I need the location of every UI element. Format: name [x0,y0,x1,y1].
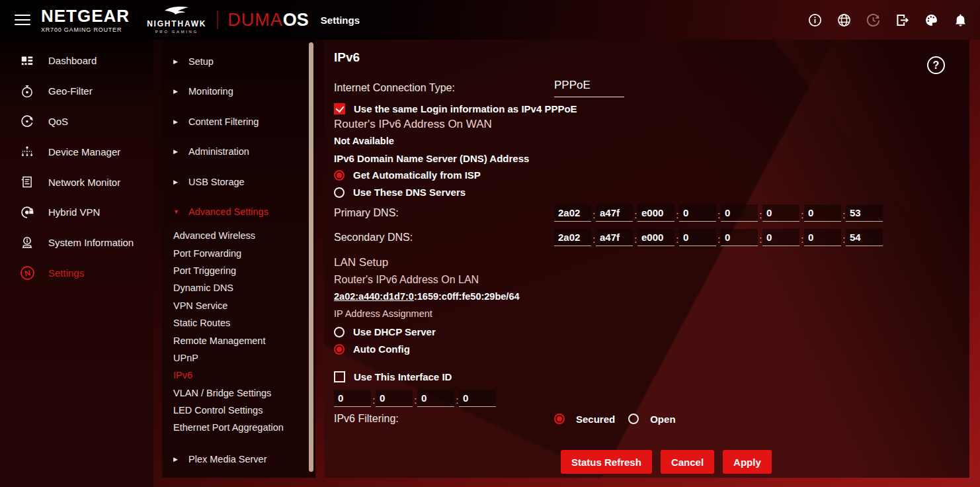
sidebar-item-qos[interactable]: QoS [0,107,153,137]
sidebar-item-device-manager[interactable]: Device Manager [0,136,153,167]
settings-submenu: ▶ Setup ▶ Monitoring ▶ Content Filtering… [162,40,315,478]
submenu-item-led-control-settings[interactable]: LED Control Settings [162,402,315,419]
interface-id-segment-input[interactable]: 0 [417,390,454,407]
submenu-item-monitoring[interactable]: ▶ Monitoring [162,77,315,107]
dumaos-settings-screen: NETGEAR XR700 GAMING ROUTER NIGHTHAWK PR… [0,0,980,487]
same-login-checkbox[interactable] [334,103,345,114]
ipv6-segment-input[interactable]: e000 [637,229,674,246]
geo-filter-icon [19,83,35,99]
refresh-history-icon[interactable] [866,13,881,28]
submenu-item-content-filtering[interactable]: ▶ Content Filtering [162,107,315,137]
ipv6-segment-input[interactable]: 54 [846,229,883,246]
interface-id-label: Use This Interface ID [354,371,452,382]
submenu-item-static-routes[interactable]: Static Routes [162,314,315,332]
header-divider [217,11,218,29]
submenu-item-port-forwarding[interactable]: Port Forwarding [162,244,315,261]
submenu-item-plex-media-server[interactable]: ▶ Plex Media Server [162,445,315,475]
connection-type-select[interactable]: PPPoE [554,79,624,97]
sidebar-item-dashboard[interactable]: Dashboard [0,46,153,76]
ipv6-segment-input[interactable]: 53 [846,204,883,222]
hamburger-menu-icon[interactable] [15,11,30,28]
lan-address-heading: Router's IPv6 Address On LAN [334,274,479,286]
ipv6-segment-input[interactable]: 0 [804,229,841,246]
radio-use-these-dns[interactable] [334,187,345,198]
ipv6-segment-input[interactable]: 0 [721,229,758,246]
sidebar-item-settings[interactable]: N Settings [0,258,153,288]
ipv6-segment-input[interactable]: 2a02 [554,204,591,222]
radio-use-dhcp-server[interactable] [334,327,345,337]
secondary-dns-row: Secondary DNS: 2a02a47fe000000054 [334,229,887,246]
submenu-item-vlan-bridge-settings[interactable]: VLAN / Bridge Settings [162,384,315,402]
same-login-row: Use the same Login information as IPv4 P… [334,103,577,114]
radio-open[interactable] [628,414,639,424]
submenu-item-advanced-settings[interactable]: ▼ Advanced Settings [162,197,315,228]
ipv6-segment-input[interactable]: 0 [679,204,716,222]
ipv6-segment-input[interactable]: a47f [596,204,633,222]
notifications-bell-icon[interactable] [953,13,968,28]
submenu-item-setup[interactable]: ▶ Setup [162,46,315,77]
device-manager-icon [19,144,35,159]
submenu-item-remote-management[interactable]: Remote Management [162,332,315,349]
theme-palette-icon[interactable] [924,13,939,28]
logout-icon[interactable] [895,13,910,28]
ipv6-segment-input[interactable]: 0 [679,229,716,246]
hybrid-vpn-icon [19,204,35,220]
ipv6-segment-input[interactable]: 0 [804,204,841,222]
interface-id-checkbox[interactable] [334,371,345,382]
sidebar-item-network-monitor[interactable]: Network Monitor [0,167,153,197]
info-icon[interactable] [807,13,823,28]
secondary-dns-fields: 2a02a47fe000000054 [554,229,887,246]
lan-address-link[interactable]: 2a02:a440:d1d7:0 [334,291,414,302]
radio-get-automatically[interactable] [334,170,345,181]
submenu-item-ethernet-port-aggregation[interactable]: Ethernet Port Aggregation [162,419,315,436]
expander-arrow-icon: ▶ [173,88,188,95]
open-label: Open [650,414,675,425]
cancel-button[interactable]: Cancel [661,450,714,474]
submenu-item-upnp[interactable]: UPnP [162,349,315,367]
lan-setup-heading: LAN Setup [334,256,388,269]
interface-id-segment-input[interactable]: 0 [376,390,413,407]
sidebar-item-system-information[interactable]: System Information [0,228,153,258]
submenu-item-port-triggering[interactable]: Port Triggering [162,262,315,279]
dns-manual-row: Use These DNS Servers [334,187,466,198]
submenu-item-administration[interactable]: ▶ Administration [162,137,315,167]
network-monitor-icon [19,174,35,190]
submenu-item-usb-storage[interactable]: ▶ USB Storage [162,167,315,197]
sidebar-item-geo-filter[interactable]: Geo-Filter [0,76,153,107]
lan-address: 2a02:a440:d1d7:0:1659:c0ff:fe50:29be/64 [334,291,520,302]
ipv6-segment-input[interactable]: 0 [721,204,758,222]
dhcp-server-label: Use DHCP Server [353,326,436,337]
ipv6-segment-input[interactable]: 2a02 [554,229,591,246]
help-icon[interactable]: ? [927,56,945,74]
ip-assignment-label: IP Address Assignment [334,308,432,319]
apply-button[interactable]: Apply [723,450,772,474]
nighthawk-name: NIGHTHAWK [147,20,206,28]
interface-id-segment-input[interactable]: 0 [334,390,371,407]
header-icons [807,13,968,28]
expander-arrow-icon: ▶ [173,118,188,125]
ipv6-segment-input[interactable]: 0 [762,204,799,222]
radio-secured[interactable] [554,414,565,424]
auto-config-row: Auto Config [334,343,410,355]
secured-label: Secured [576,414,615,425]
submenu-item-advanced-wireless[interactable]: Advanced Wireless [162,227,315,244]
globe-icon[interactable] [837,13,852,28]
netgear-logo: NETGEAR XR700 GAMING ROUTER [41,7,130,33]
main-sidebar: Dashboard Geo-Filter QoS Device Manager … [0,40,153,487]
ipv6-settings-panel: IPv6 ? Internet Connection Type: PPPoE U… [324,40,969,478]
sidebar-item-hybrid-vpn[interactable]: Hybrid VPN [0,197,153,228]
submenu-item-ipv6[interactable]: IPv6 [162,367,315,384]
router-model: XR700 GAMING ROUTER [41,27,130,33]
ipv6-segment-input[interactable]: 0 [762,229,799,246]
submenu-scrollbar-thumb[interactable] [309,42,313,472]
submenu-item-vpn-service[interactable]: VPN Service [162,297,315,314]
primary-dns-label: Primary DNS: [334,207,554,219]
ipv6-segment-input[interactable]: a47f [596,229,633,246]
submenu-item-dynamic-dns[interactable]: Dynamic DNS [162,279,315,296]
status-refresh-button[interactable]: Status Refresh [561,450,652,474]
radio-auto-config[interactable] [334,344,345,355]
interface-id-segment-input[interactable]: 0 [459,390,496,407]
ipv6-segment-input[interactable]: e000 [637,204,674,222]
primary-dns-fields: 2a02a47fe000000053 [554,204,887,222]
nighthawk-bird-icon [162,6,191,17]
